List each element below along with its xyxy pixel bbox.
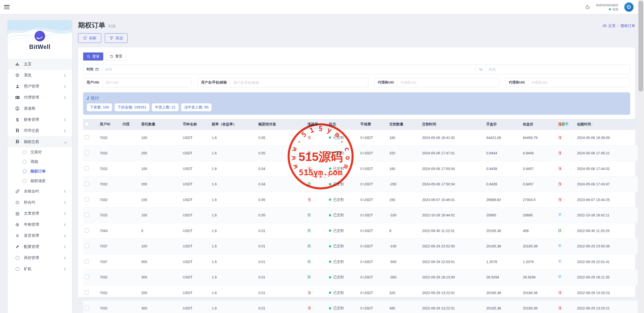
cell-close-price: 456 — [521, 223, 557, 239]
vertical-scrollbar-thumb[interactable] — [638, 1, 643, 92]
cell-direction: 跌 — [306, 254, 327, 270]
filter-button[interactable]: 筛选 — [105, 33, 128, 43]
column-header-涨跌平[interactable]: 涨跌平 — [557, 119, 575, 130]
column-header-开盘价[interactable]: 开盘价 — [485, 119, 521, 130]
stat-badge: 没中奖人数: 85 — [181, 103, 212, 111]
column-header-幅度绝对值[interactable]: 幅度绝对值 — [257, 119, 306, 130]
column-header-涨跌平[interactable]: 涨跌平 — [306, 119, 327, 130]
sidebar-item-风控管理[interactable]: 风控管理 — [8, 252, 72, 263]
cell-odds: 1.6 — [210, 301, 257, 313]
cell-agent — [121, 254, 140, 270]
filter-field-用户名/手机/邮箱: 用户名/手机/邮箱 — [198, 78, 368, 87]
cell-open-price: 26989.82 — [485, 192, 521, 208]
cell-open-price: 0.8439 — [485, 161, 521, 177]
sidebar-item-永续合约[interactable]: 永续合约 — [8, 186, 72, 197]
sidebar-subitem-期权场景[interactable]: 期权场景 — [8, 176, 72, 186]
row-checkbox[interactable] — [85, 213, 89, 217]
cell-fee: 0 USDT — [359, 146, 388, 161]
row-checkbox[interactable] — [85, 244, 89, 248]
row-checkbox[interactable] — [85, 135, 89, 139]
sidebar-item-主页[interactable]: 主页 — [8, 59, 72, 70]
row-checkbox[interactable] — [85, 290, 89, 295]
cell-odds: 1.6 — [210, 208, 257, 223]
cell-direction: 涨 — [306, 285, 327, 301]
cell-created-at: 2022-09-29 18:11:35 — [575, 270, 633, 285]
speedometer-icon — [602, 24, 607, 28]
filter-input-用户名/手机/邮箱[interactable] — [230, 78, 368, 87]
row-checkbox[interactable] — [85, 306, 89, 310]
column-header-代理[interactable]: 代理 — [121, 119, 140, 130]
row-checkbox[interactable] — [85, 228, 89, 233]
cell-agent — [121, 223, 140, 239]
select-all-checkbox[interactable] — [85, 122, 89, 126]
sidebar-item-首页管理[interactable]: ≡首页管理 — [8, 230, 72, 241]
column-header-赔率（收益率）[interactable]: 赔率（收益率） — [210, 119, 257, 130]
sidebar-item-label: 文章管理 — [24, 211, 39, 216]
time-to-input[interactable] — [486, 65, 630, 74]
sidebar-item-财务管理[interactable]: $财务管理 — [8, 114, 72, 125]
sidebar-item-用户管理[interactable]: 用户管理 — [8, 81, 72, 92]
column-header-交割数量[interactable]: 交割数量 — [388, 119, 421, 130]
cell-created-at: 2022-09-30 11:20:25 — [575, 223, 633, 239]
row-checkbox[interactable] — [85, 275, 89, 279]
column-header-委托数量[interactable]: 委托数量 — [140, 119, 181, 130]
filter-input-用户UID[interactable] — [103, 78, 191, 87]
sidebar-item-配置管理[interactable]: 配置管理 — [8, 241, 72, 252]
statistics-title: i 统计 — [87, 95, 626, 101]
time-from-input[interactable] — [102, 65, 476, 74]
cell-agent — [121, 285, 140, 301]
cell-settle-qty: -100 — [388, 239, 421, 254]
cell-open-price: 1.2078 — [485, 254, 521, 270]
hamburger-menu-icon[interactable] — [4, 5, 10, 9]
cell-status: 已交割 — [327, 161, 359, 177]
sidebar-item-秒合约[interactable]: ⊙秒合约 — [8, 197, 72, 208]
refresh-button[interactable]: 刷新 — [78, 33, 101, 43]
cell-result: 涨 — [557, 192, 575, 208]
sidebar-subitem-交易对[interactable]: 交易对 — [8, 147, 72, 157]
sidebar-subitem-期权订单[interactable]: 期权订单 — [8, 166, 72, 176]
sidebar-item-文章管理[interactable]: ▤文章管理 — [8, 208, 72, 219]
column-header-交割时间[interactable]: 交割时间 — [421, 119, 485, 130]
cell-settle-qty: -100 — [388, 208, 421, 223]
column-header-用户ID[interactable]: 用户ID — [98, 119, 121, 130]
cell-coin: USDT — [181, 130, 210, 146]
sidebar-item-系统[interactable]: ⚙系统 — [8, 70, 72, 81]
row-checkbox[interactable] — [85, 182, 89, 186]
cell-user-id: 7032 — [98, 177, 121, 192]
sidebar-subitem-周期[interactable]: 周期 — [8, 157, 72, 166]
cell-coin: USDT — [181, 285, 210, 301]
time-to-filter: To — [476, 65, 630, 74]
row-checkbox[interactable] — [85, 197, 89, 202]
cell-fee: 0 USDT — [359, 161, 388, 177]
column-header-收盘价[interactable]: 收盘价 — [521, 119, 557, 130]
sidebar-item-期权交易[interactable]: Ƀ期权交易 — [8, 136, 72, 147]
chevron-left-icon — [64, 234, 67, 237]
sidebar-item-申购管理[interactable]: ⊕申购管理 — [8, 219, 72, 230]
radio-circle-icon — [23, 160, 26, 164]
sidebar-item-代理管理[interactable]: 代理管理 — [8, 92, 72, 103]
circle-icon — [14, 256, 21, 260]
column-header-状态[interactable]: 状态 — [327, 119, 359, 130]
list-card: 搜索 重置 时间 To — [78, 47, 635, 297]
chevron-left-icon — [64, 268, 67, 270]
search-button[interactable]: 搜索 — [83, 52, 103, 61]
column-header-创建时间[interactable]: 创建时间↑ — [575, 119, 633, 130]
filter-input-代理商UID[interactable] — [397, 78, 499, 87]
column-header-币种名称[interactable]: 币种名称 — [181, 119, 210, 130]
breadcrumb-home-link[interactable]: 主页 — [602, 23, 616, 28]
user-avatar[interactable] — [624, 2, 634, 12]
column-header-手续费[interactable]: 手续费 — [359, 119, 388, 130]
sidebar-item-矿机[interactable]: 矿机 — [8, 263, 72, 274]
sidebar-item-币币交易[interactable]: B币币交易 — [8, 125, 72, 136]
filter-input-代理商UID[interactable] — [528, 78, 630, 87]
dark-mode-moon-icon[interactable] — [585, 4, 591, 10]
row-checkbox[interactable] — [85, 259, 89, 264]
cell-agent — [121, 192, 140, 208]
cell-status: 已交割 — [327, 192, 359, 208]
sidebar-item-渠道商[interactable]: 渠道商 — [8, 103, 72, 114]
cell-open-price: 28.9294 — [485, 270, 521, 285]
reset-button[interactable]: 重置 — [106, 52, 126, 61]
row-checkbox[interactable] — [85, 151, 89, 155]
row-checkbox[interactable] — [85, 166, 89, 170]
cell-settle-time: 2024-05-06 18:41:02 — [421, 130, 485, 146]
